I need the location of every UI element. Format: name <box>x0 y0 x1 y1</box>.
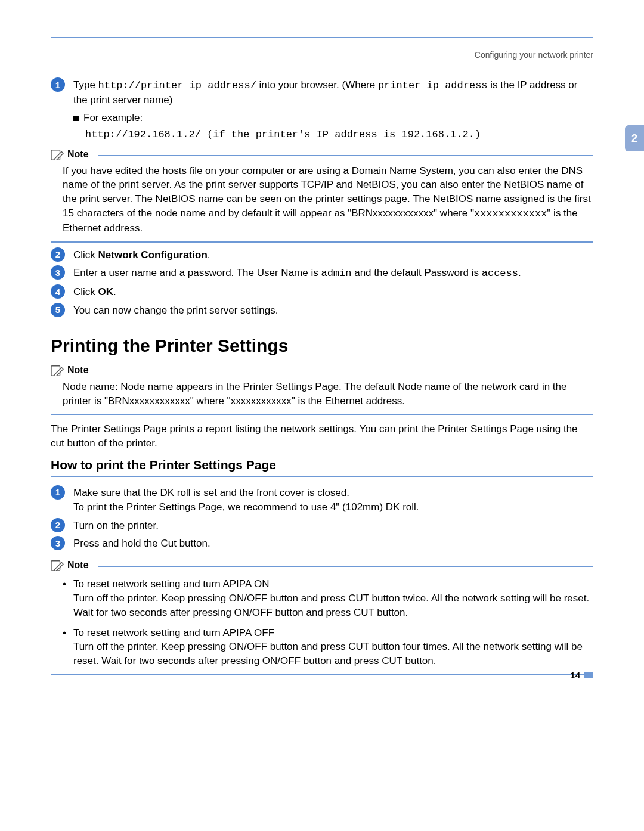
note-item-body: Turn off the printer. Keep pressing ON/O… <box>73 593 589 618</box>
bold-text: Network Configuration <box>98 249 208 261</box>
step-body: Type http://printer_ip_address/ into you… <box>73 77 593 107</box>
code-text: admin <box>321 268 351 279</box>
example-code: http://192.168.1.2/ (if the printer's IP… <box>85 129 593 140</box>
note-bottom-rule <box>51 414 593 415</box>
note-header-rule <box>98 371 593 371</box>
section-paragraph: The Printer Settings Page prints a repor… <box>51 422 593 451</box>
step-number-badge: 1 <box>51 77 65 92</box>
text: Click <box>73 286 98 297</box>
code-text: access <box>482 268 518 279</box>
example-line: For example: <box>73 112 593 124</box>
step-number-badge: 1 <box>51 485 65 500</box>
step-item: 2 Turn on the printer. <box>51 518 593 533</box>
note-bottom-rule <box>51 674 593 675</box>
chapter-tab: 2 <box>625 125 644 151</box>
step-body: Turn on the printer. <box>73 518 593 533</box>
note-body: Node name: Node name appears in the Prin… <box>51 380 593 408</box>
note-item-body: Turn off the printer. Keep pressing ON/O… <box>73 641 583 666</box>
text: To print the Printer Settings Page, we r… <box>73 501 419 513</box>
step-item: 1 Type http://printer_ip_address/ into y… <box>51 77 593 107</box>
text: Type <box>73 79 98 91</box>
note-pencil-icon <box>51 559 64 571</box>
step-body: Enter a user name and a password. The Us… <box>73 265 593 281</box>
bold-text: OK <box>98 286 114 297</box>
text: Click <box>73 249 98 261</box>
note-header-rule <box>98 155 593 156</box>
code-text: http://printer_ip_address/ <box>98 80 256 91</box>
note-list: To reset network setting and turn APIPA … <box>51 577 593 668</box>
note-pencil-icon <box>51 364 64 376</box>
note-label: Note <box>67 560 89 570</box>
step-number-badge: 2 <box>51 247 65 262</box>
step-item: 4 Click OK. <box>51 284 593 299</box>
step-item: 3 Enter a user name and a password. The … <box>51 265 593 281</box>
note-item-head: To reset network setting and turn APIPA … <box>73 627 274 638</box>
subsection-title: How to print the Printer Settings Page <box>51 458 593 472</box>
note-block: Note If you have edited the hosts file o… <box>51 148 593 243</box>
step-body: Click OK. <box>73 284 593 299</box>
step-number-badge: 4 <box>51 284 65 299</box>
note-pencil-icon <box>51 148 64 160</box>
note-list-item: To reset network setting and turn APIPA … <box>63 577 593 619</box>
step-body: Press and hold the Cut button. <box>73 536 593 551</box>
top-rule <box>51 37 593 38</box>
text: You can now change the print server sett… <box>73 305 278 316</box>
note-block: Note Node name: Node name appears in the… <box>51 364 593 415</box>
step-number-badge: 2 <box>51 518 65 532</box>
note-item-head: To reset network setting and turn APIPA … <box>73 578 270 590</box>
note-list-item: To reset network setting and turn APIPA … <box>63 626 593 668</box>
text: Make sure that the DK roll is set and th… <box>73 487 349 498</box>
text: . <box>518 267 521 278</box>
text: into your browser. (Where <box>256 79 378 91</box>
note-block: Note To reset network setting and turn A… <box>51 559 593 675</box>
step-body: Make sure that the DK roll is set and th… <box>73 485 593 514</box>
page-number: 14 <box>570 670 593 680</box>
text: . <box>113 286 116 297</box>
page-number-text: 14 <box>570 670 580 680</box>
section-title: Printing the Printer Settings <box>51 336 593 356</box>
note-label: Note <box>67 149 89 160</box>
step-body: You can now change the print server sett… <box>73 303 593 318</box>
text: . <box>208 249 210 261</box>
code-text: xxxxxxxxxxxx <box>474 208 547 219</box>
step-item: 5 You can now change the print server se… <box>51 303 593 318</box>
note-header-rule <box>98 566 593 567</box>
note-bottom-rule <box>51 241 593 243</box>
note-label: Note <box>67 365 89 376</box>
step-number-badge: 3 <box>51 265 65 280</box>
square-bullet-icon <box>73 116 79 121</box>
text: Enter a user name and a password. The Us… <box>73 267 321 278</box>
step-body: Click Network Configuration. <box>73 247 593 262</box>
note-body: If you have edited the hosts file on you… <box>51 164 593 235</box>
step-number-badge: 3 <box>51 536 65 550</box>
code-text: printer_ip_address <box>378 80 488 91</box>
step-item: 2 Click Network Configuration. <box>51 247 593 262</box>
subsection-rule <box>51 476 593 477</box>
breadcrumb: Configuring your network printer <box>51 50 593 60</box>
text: and the default Password is <box>351 267 481 278</box>
page-number-deco-icon <box>584 672 593 678</box>
step-item: 1 Make sure that the DK roll is set and … <box>51 485 593 514</box>
step-item: 3 Press and hold the Cut button. <box>51 536 593 551</box>
example-label: For example: <box>83 112 143 123</box>
step-number-badge: 5 <box>51 303 65 317</box>
